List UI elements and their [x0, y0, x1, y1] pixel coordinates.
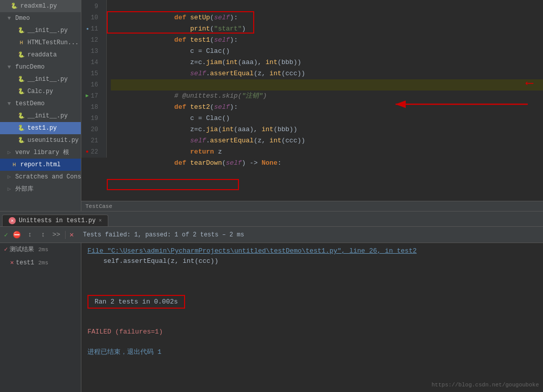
- sidebar-item-test1py[interactable]: 🐍 test1.py: [0, 122, 81, 134]
- line-num-22: ● 22: [81, 146, 102, 158]
- output-spacer-2: [87, 277, 537, 287]
- output-panel: File "C:\Users\admin\PycharmProjects\unt…: [81, 243, 543, 392]
- test-tree-item-test1[interactable]: ✕ test1 2ms: [0, 256, 81, 269]
- code-lines: def setUp(self): print("start") def test…: [107, 0, 543, 158]
- output-line-0[interactable]: File "C:\Users\admin\PycharmProjects\unt…: [87, 246, 537, 256]
- red-arrow-annotation: ⟵: [526, 78, 533, 89]
- main-container: 🐍 readxml.py ▼ Dmeo 🐍 __init__.py H HTML…: [0, 0, 543, 392]
- line-numbers: 9 10 ● 11 12 13 14 15 16 ▶ 17 18: [81, 0, 107, 158]
- close-tab-button[interactable]: ×: [99, 218, 102, 224]
- sidebar-item-readdata[interactable]: 🐍 readdata: [0, 49, 81, 61]
- debug-icon-11[interactable]: ●: [86, 23, 89, 35]
- expand-icon-venv: ▷: [5, 148, 13, 157]
- tree-test1-label: test1: [16, 258, 34, 268]
- sort-desc-button[interactable]: ↕: [39, 230, 48, 239]
- code-line-11: def test1(self):: [111, 23, 543, 35]
- status-text: Tests failed: 1, passed: 1 of 2 tests – …: [78, 230, 249, 240]
- code-line-20: self.assertEqual(z, int(ccc)): [111, 124, 543, 135]
- expand-all-button[interactable]: >>: [52, 230, 61, 239]
- sidebar-label-funcdemo-init: __init__.py: [27, 74, 68, 84]
- sidebar-label-funcdemo: funcDemo: [15, 62, 45, 72]
- sidebar-item-funcdemo[interactable]: ▼ funcDemo: [0, 61, 81, 73]
- toolbar-separator: [65, 231, 66, 239]
- stop-button[interactable]: ⛔: [12, 230, 21, 239]
- code-line-15: return z: [111, 68, 543, 79]
- line-num-13: 13: [81, 46, 102, 57]
- sidebar-label-external: 外部库: [15, 184, 34, 194]
- output-line-1: self.assertEqual(z, int(ccc)): [87, 256, 537, 266]
- sidebar-item-external[interactable]: ▷ 外部库: [0, 183, 81, 195]
- line-num-21: 21: [81, 135, 102, 146]
- sidebar-item-testdemo-init[interactable]: 🐍 __init__.py: [0, 110, 81, 122]
- sidebar-label-testdemo: testDemo: [15, 99, 45, 109]
- check-icon: ✓: [4, 231, 8, 239]
- code-content: 9 10 ● 11 12 13 14 15 16 ▶ 17 18: [81, 0, 543, 158]
- line-num-14: 14: [81, 57, 102, 68]
- sidebar-label-dmeo: Dmeo: [15, 13, 30, 23]
- output-spacer-4: [87, 337, 537, 347]
- py-icon-useunitsuit: 🐍: [17, 136, 25, 144]
- line-num-16: 16: [81, 79, 102, 91]
- test-results-container: ✓ 测试结果 2ms ✕ test1 2ms File "C:\Users\ad…: [0, 243, 543, 392]
- sidebar-item-venv[interactable]: ▷ venv library 根: [0, 146, 81, 159]
- sort-asc-button[interactable]: ↕: [25, 230, 35, 239]
- output-exit-line: 进程已结束，退出代码 1: [87, 347, 537, 357]
- sidebar-item-reporthtml[interactable]: H report.html: [0, 159, 81, 171]
- code-line-18: c = Clac(): [111, 102, 543, 113]
- sidebar-label-test1py: test1.py: [27, 123, 57, 133]
- run-icon-17[interactable]: ▶: [86, 91, 89, 102]
- sidebar-label-testdemo-init: __init__.py: [27, 111, 68, 121]
- py-icon-calc: 🐍: [17, 87, 25, 96]
- red-box-line-17: [107, 179, 239, 190]
- sidebar-item-testdemo[interactable]: ▼ testDemo: [0, 98, 81, 110]
- sidebar-item-calcpy[interactable]: 🐍 Calc.py: [0, 85, 81, 98]
- sidebar-label-useunitsuitpy: useunitsuit.py: [27, 135, 79, 145]
- tree-mixed-icon: ✓: [4, 245, 8, 255]
- sidebar-label-venv: venv library 根: [15, 147, 69, 158]
- sidebar-item-useunitsuitpy[interactable]: 🐍 useunitsuit.py: [0, 134, 81, 146]
- line-num-10: 10: [81, 12, 102, 23]
- bottom-tabs: ✕ Unittests in test1.py ×: [0, 212, 543, 227]
- test-results-tab[interactable]: ✕ Unittests in test1.py ×: [2, 215, 108, 226]
- test-tree-root[interactable]: ✓ 测试结果 2ms: [0, 243, 81, 256]
- code-line-10: print("start"): [111, 12, 543, 23]
- breakpoint-icon-22[interactable]: ●: [86, 146, 89, 158]
- code-line-22: def tearDown(self) -> None:: [111, 146, 543, 158]
- sidebar-label-reporthtml: report.html: [20, 160, 61, 170]
- html-icon-report: H: [10, 161, 18, 169]
- line-num-9: 9: [81, 1, 102, 12]
- expand-icon-scratches: ▷: [5, 173, 13, 181]
- editor-tab-bar: TestCase: [81, 201, 543, 211]
- line-num-20: 20: [81, 124, 102, 135]
- sidebar-label-calcpy: Calc.py: [27, 86, 53, 97]
- sidebar-item-funcdemo-init[interactable]: 🐍 __init__.py: [0, 73, 81, 85]
- sidebar-item-scratches[interactable]: ▷ Scratches and Console: [0, 171, 81, 183]
- line-num-15: 15: [81, 68, 102, 79]
- output-spacer-3: [87, 317, 537, 327]
- sidebar-label-htmltestrun: HTMLTestRun...: [27, 38, 79, 48]
- test-tree: ✓ 测试结果 2ms ✕ test1 2ms: [0, 243, 81, 392]
- sidebar-label-scratches: Scratches and Console: [15, 172, 81, 182]
- sidebar-item-dmeo-init[interactable]: 🐍 __init__.py: [0, 24, 81, 37]
- sidebar: 🐍 readxml.py ▼ Dmeo 🐍 __init__.py H HTML…: [0, 0, 81, 211]
- py-icon-dmeoinit: 🐍: [17, 26, 25, 35]
- sidebar-item-dmeo[interactable]: ▼ Dmeo: [0, 12, 81, 24]
- code-line-16: # @unittest.skip("注销") ⟵: [111, 79, 543, 91]
- code-line-14: self.assertEqual(z, int(ccc)): [111, 57, 543, 68]
- sidebar-label-readxml: readxml.py: [20, 1, 57, 11]
- code-line-9: def setUp(self):: [111, 1, 543, 12]
- tree-root-time: 2ms: [38, 245, 48, 255]
- output-ran-box: Ran 2 tests in 0.002s: [87, 295, 185, 309]
- code-line-12: c = Clac(): [111, 35, 543, 46]
- py-icon-readdata: 🐍: [17, 51, 25, 59]
- py-file-icon: 🐍: [10, 2, 18, 10]
- py-icon-test1: 🐍: [17, 124, 25, 132]
- watermark: https://blog.csdn.net/gougouboke: [432, 382, 539, 388]
- tree-fail-icon: ✕: [10, 258, 14, 268]
- line-num-12: 12: [81, 35, 102, 46]
- error-icon: ✕: [70, 230, 74, 239]
- output-failed-line: FAILED (failures=1): [87, 327, 537, 337]
- html-icon-testrun: H: [17, 39, 25, 47]
- sidebar-item-readxml[interactable]: 🐍 readxml.py: [0, 0, 81, 12]
- sidebar-item-htmltestrun[interactable]: H HTMLTestRun...: [0, 37, 81, 49]
